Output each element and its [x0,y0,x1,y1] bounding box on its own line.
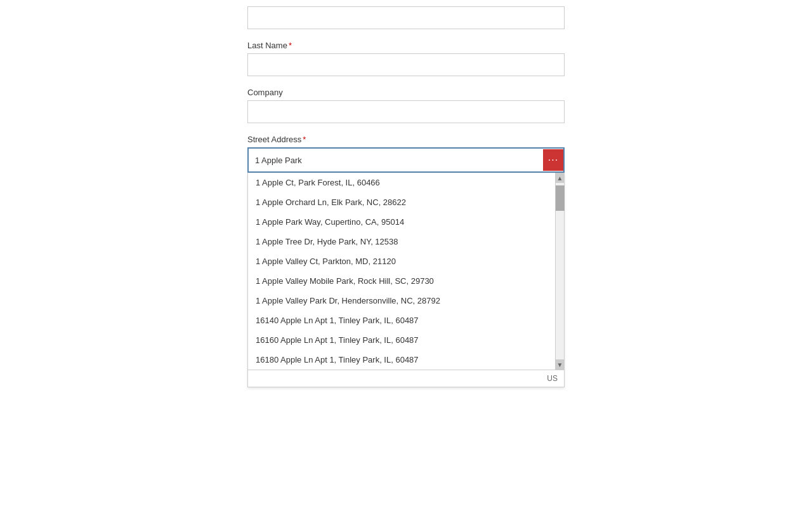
street-address-required: * [303,135,306,144]
dropdown-footer: US [248,370,564,387]
street-address-group: Street Address* ··· 1 Apple Ct, Park For… [247,135,565,173]
first-name-input[interactable] [247,6,565,29]
list-item[interactable]: 1 Apple Orchard Ln, Elk Park, NC, 28622 [248,192,555,212]
last-name-label: Last Name* [247,41,565,50]
autocomplete-dropdown: 1 Apple Ct, Park Forest, IL, 60466 1 App… [247,173,565,387]
list-item[interactable]: 1 Apple Valley Mobile Park, Rock Hill, S… [248,271,555,291]
company-input[interactable] [247,100,565,123]
list-item[interactable]: 16160 Apple Ln Apt 1, Tinley Park, IL, 6… [248,330,555,350]
street-input-container: ··· [247,147,565,173]
list-item[interactable]: 1 Apple Tree Dr, Hyde Park, NY, 12538 [248,232,555,251]
list-item[interactable]: 16140 Apple Ln Apt 1, Tinley Park, IL, 6… [248,311,555,330]
scrollbar-up-button[interactable]: ▲ [556,173,565,183]
list-item[interactable]: 1 Apple Park Way, Cupertino, CA, 95014 [248,212,555,232]
autocomplete-items-container: 1 Apple Ct, Park Forest, IL, 60466 1 App… [248,173,555,370]
page-container: Last Name* Company Street Address* ··· [0,0,812,508]
last-name-required: * [289,41,292,50]
list-item[interactable]: 1 Apple Ct, Park Forest, IL, 60466 [248,173,555,192]
first-name-group [247,6,565,29]
form-wrapper: Last Name* Company Street Address* ··· [247,0,565,305]
up-arrow-icon: ▲ [557,175,563,182]
street-address-input[interactable] [249,149,543,171]
last-name-input[interactable] [247,53,565,76]
scrollbar-down-button[interactable]: ▼ [556,359,565,370]
street-address-label: Street Address* [247,135,565,144]
down-arrow-icon: ▼ [557,361,563,368]
street-address-wrapper: ··· 1 Apple Ct, Park Forest, IL, 60466 1… [247,147,565,173]
company-group: Company [247,88,565,123]
company-label: Company [247,88,565,97]
list-item[interactable]: 1 Apple Valley Park Dr, Hendersonville, … [248,291,555,311]
autocomplete-scrollbar-wrapper: 1 Apple Ct, Park Forest, IL, 60466 1 App… [248,173,564,370]
dots-icon: ··· [548,155,558,165]
list-item[interactable]: 16180 Apple Ln Apt 1, Tinley Park, IL, 6… [248,350,555,370]
street-address-button[interactable]: ··· [543,149,563,171]
dropdown-scrollbar[interactable]: ▲ ▼ [555,173,564,370]
scrollbar-thumb[interactable] [556,185,565,211]
list-item[interactable]: 1 Apple Valley Ct, Parkton, MD, 21120 [248,251,555,271]
last-name-group: Last Name* [247,41,565,76]
